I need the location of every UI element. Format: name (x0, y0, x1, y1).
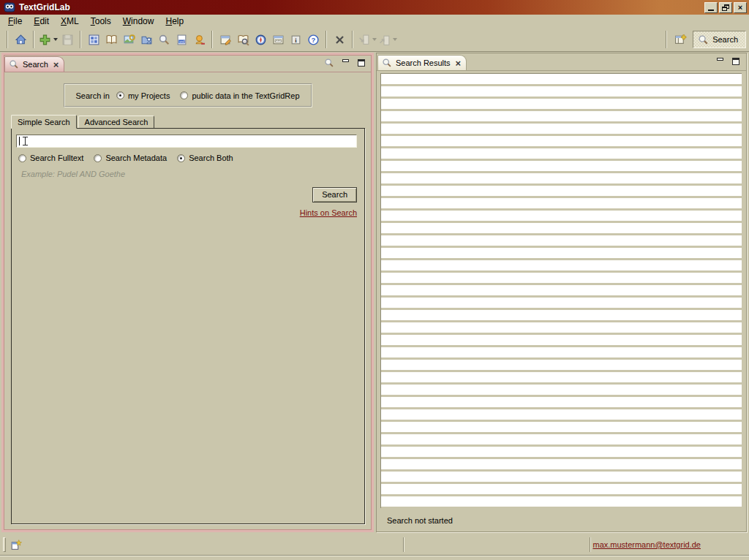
main-toolbar: xmli? Search (0, 28, 749, 52)
result-row (381, 148, 742, 159)
user-admin-button[interactable] (190, 31, 208, 48)
close-icon: × (738, 4, 742, 11)
search-status-text: Search not started (387, 516, 453, 525)
tab-advanced-search[interactable]: Advanced Search (78, 116, 155, 128)
logged-in-user-link[interactable]: max.mustermann@textgrid.de (592, 540, 701, 549)
radio-mode-search-both[interactable]: Search Both (177, 154, 233, 162)
result-row (381, 285, 742, 295)
result-row (381, 248, 742, 258)
result-row (381, 198, 742, 208)
help-button[interactable]: ? (304, 31, 322, 48)
menu-item-tools[interactable]: Tools (85, 15, 117, 28)
home-icon (15, 34, 27, 46)
toolbar-separator (211, 31, 213, 48)
view-maximize-button[interactable] (355, 57, 368, 68)
dropdown-arrow-icon (372, 38, 377, 41)
view-minimize-button[interactable] (713, 56, 726, 67)
dashboard-button[interactable] (85, 31, 102, 48)
result-row (381, 335, 742, 345)
dropdown-arrow-icon[interactable] (53, 38, 58, 41)
result-row (381, 434, 742, 444)
dashboard-grid-icon (88, 34, 100, 46)
search-results-body: Search not started (377, 71, 746, 531)
query-input-wrap (16, 135, 357, 148)
window-title: TextGridLab (19, 2, 70, 12)
window-restore-button[interactable] (719, 2, 732, 13)
radio-search-in-my-projects[interactable]: my Projects (116, 91, 170, 100)
menu-item-file[interactable]: File (2, 15, 28, 28)
fast-view-button[interactable] (10, 539, 23, 551)
radio-mode-search-fulltext[interactable]: Search Fulltext (18, 154, 83, 162)
result-row (381, 422, 742, 432)
hints-on-search-link[interactable]: Hints on Search (300, 208, 357, 217)
view-maximize-button[interactable] (729, 56, 742, 67)
radio-mode-search-metadata[interactable]: Search Metadata (94, 154, 167, 162)
compass-icon (255, 34, 267, 46)
result-row (381, 161, 742, 171)
radio-search-in-public-data-in-the-textgridrep[interactable]: public data in the TextGridRep (180, 91, 299, 100)
search-results-view: Search Results × Search not started (376, 53, 747, 532)
menu-item-help[interactable]: Help (159, 15, 189, 28)
home-button[interactable] (12, 31, 29, 48)
minimize-icon (708, 10, 714, 11)
radio-icon (18, 154, 26, 162)
ibeam-cursor (22, 136, 29, 146)
window-ruler-icon (272, 34, 285, 46)
tab-simple-search[interactable]: Simple Search (11, 115, 77, 129)
tab-search[interactable]: Search × (4, 56, 64, 72)
save-button (59, 31, 76, 48)
perspective-search-button[interactable]: Search (693, 31, 746, 48)
open-perspective-button[interactable] (671, 31, 690, 48)
image-link-button[interactable] (120, 31, 138, 48)
view-minimize-button[interactable] (339, 57, 352, 68)
xml-document-icon: xml (176, 34, 188, 46)
minimize-icon (717, 58, 723, 61)
statusbar-separator (590, 537, 591, 552)
save-icon (61, 34, 74, 46)
result-row (381, 459, 742, 469)
result-row (381, 322, 742, 333)
metadata-editor-button[interactable] (269, 31, 287, 48)
tab-close-icon[interactable]: × (456, 60, 462, 67)
svg-text:xml: xml (179, 39, 184, 43)
tab-close-icon[interactable]: × (53, 61, 59, 68)
tab-search-label: Search (23, 60, 48, 69)
delete-button[interactable] (331, 31, 348, 48)
help-icon: ? (307, 34, 320, 46)
result-row (381, 360, 742, 370)
review-button[interactable] (234, 31, 252, 48)
menu-item-edit[interactable]: Edit (28, 15, 55, 28)
search-query-input[interactable] (16, 135, 357, 148)
result-row (381, 86, 742, 97)
search-results-view-header: Search Results × (377, 53, 746, 71)
search-button[interactable]: Search (312, 187, 357, 203)
export-button (377, 31, 398, 48)
toolbar-separator (80, 31, 81, 48)
window-minimize-button[interactable] (704, 2, 718, 13)
project-browser-button[interactable] (138, 31, 155, 48)
xml-editor-button[interactable]: xml (173, 31, 190, 48)
result-row (381, 223, 742, 233)
menu-item-window[interactable]: Window (117, 15, 160, 28)
search-view-header: Search × (4, 55, 372, 72)
dictionary-button[interactable] (102, 31, 120, 48)
result-row (381, 298, 742, 308)
navigator-button[interactable] (252, 31, 269, 48)
maximize-icon (358, 59, 365, 67)
view-search-action-button[interactable] (323, 57, 336, 68)
search-view-body: Search in my Projectspublic data in the … (4, 72, 372, 530)
result-row (381, 235, 742, 246)
text-editor-button[interactable] (217, 31, 234, 48)
window-close-button[interactable]: × (734, 2, 747, 13)
statusbar-grip[interactable] (3, 537, 6, 552)
info-button[interactable]: i (287, 31, 304, 48)
tab-search-results-label: Search Results (396, 58, 451, 67)
new-object-button[interactable] (38, 31, 59, 48)
menu-item-xml[interactable]: XML (55, 15, 85, 28)
tab-search-results[interactable]: Search Results × (377, 55, 467, 70)
radio-icon (94, 154, 102, 162)
simple-search-panel: Search FulltextSearch MetadataSearch Bot… (11, 128, 365, 524)
search-icon (9, 59, 19, 69)
user-gear-icon (193, 34, 206, 46)
search-tool-button[interactable] (155, 31, 173, 48)
